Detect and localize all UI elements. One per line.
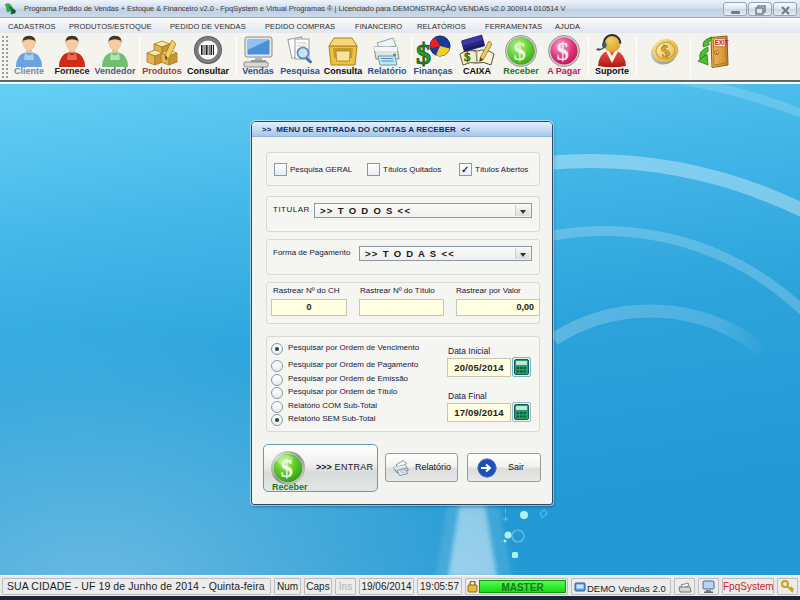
svg-text:$: $ [281, 455, 294, 482]
svg-text:$: $ [514, 38, 527, 65]
svg-text:$: $ [416, 37, 431, 68]
svg-text:$: $ [557, 38, 570, 65]
svg-text:EXIT: EXIT [715, 39, 729, 46]
svg-text:$: $ [464, 49, 471, 64]
